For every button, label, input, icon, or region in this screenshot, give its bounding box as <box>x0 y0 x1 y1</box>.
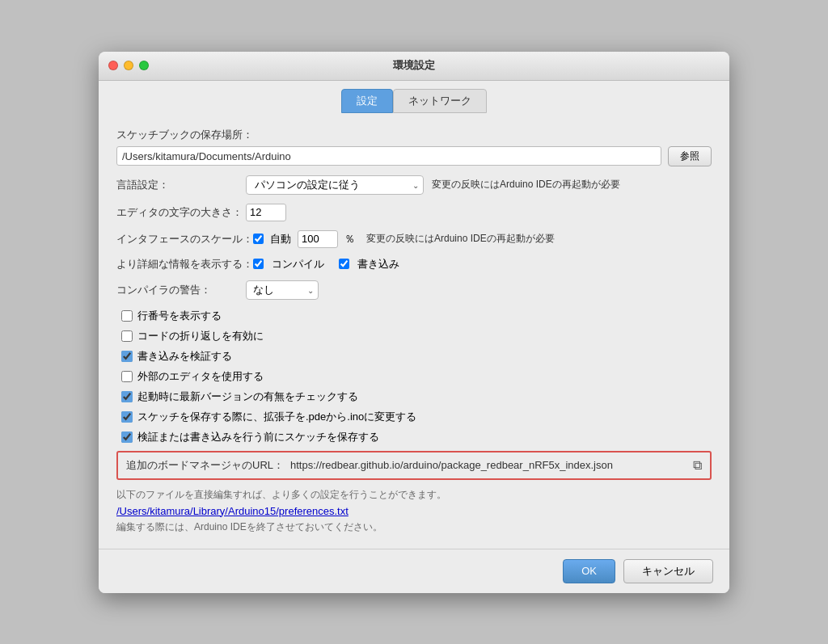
close-button[interactable] <box>108 61 118 70</box>
verbose-controls: コンパイル 書き込み <box>253 257 399 271</box>
save-before-checkbox[interactable] <box>121 431 133 443</box>
checkbox-code-fold: コードの折り返しを有効に <box>121 329 712 343</box>
board-manager-url-label: 追加のボードマネージャのURL： <box>126 458 284 473</box>
scale-unit: ％ <box>344 232 355 246</box>
verify-upload-label: 書き込みを検証する <box>137 349 232 364</box>
sketchbook-label: スケッチブックの保存場所： <box>116 128 712 142</box>
compiler-warnings-label: コンパイラの警告： <box>116 283 246 297</box>
external-editor-label: 外部のエディタを使用する <box>137 369 264 384</box>
verbose-row: より詳細な情報を表示する： コンパイル 書き込み <box>116 257 712 271</box>
tab-network[interactable]: ネットワーク <box>393 89 487 113</box>
line-numbers-label: 行番号を表示する <box>137 309 222 323</box>
language-restart-note: 変更の反映にはArduino IDEの再起動が必要 <box>432 178 620 192</box>
language-select[interactable]: パソコンの設定に従う <box>246 175 424 195</box>
verify-upload-checkbox[interactable] <box>121 351 133 362</box>
checkbox-save-before: 検証または書き込みを行う前にスケッチを保存する <box>121 430 712 444</box>
compiler-warnings-select-wrapper: なし ⌄ <box>246 280 319 300</box>
checkbox-group: 行番号を表示する コードの折り返しを有効に 書き込みを検証する 外部のエディタを… <box>116 309 712 444</box>
line-numbers-checkbox[interactable] <box>121 310 133 322</box>
checkbox-verify-upload: 書き込みを検証する <box>121 349 712 364</box>
verbose-label: より詳細な情報を表示する： <box>116 257 253 271</box>
checkbox-external-editor: 外部のエディタを使用する <box>121 369 712 384</box>
tab-bar: 設定 ネットワーク <box>99 81 729 113</box>
sketchbook-row: 参照 <box>116 146 712 166</box>
scale-label: インタフェースのスケール： <box>116 232 253 246</box>
font-size-row: エディタの文字の大きさ： <box>116 204 712 221</box>
scale-value-input[interactable] <box>298 230 338 248</box>
scale-controls: 自動 ％ 変更の反映にはArduino IDEの再起動が必要 <box>253 230 555 248</box>
compiler-warnings-select[interactable]: なし <box>246 280 319 300</box>
language-row: 言語設定： パソコンの設定に従う ⌄ 変更の反映にはArduino IDEの再起… <box>116 175 712 195</box>
check-updates-label: 起動時に最新バージョンの有無をチェックする <box>137 389 358 404</box>
window-title: 環境設定 <box>393 58 435 73</box>
compile-checkbox[interactable] <box>253 259 264 269</box>
code-fold-checkbox[interactable] <box>121 330 133 342</box>
write-checkbox[interactable] <box>339 259 349 269</box>
font-size-label: エディタの文字の大きさ： <box>116 205 246 220</box>
checkbox-check-updates: 起動時に最新バージョンの有無をチェックする <box>121 389 712 404</box>
compile-label: コンパイル <box>272 257 324 271</box>
window-controls <box>108 61 149 70</box>
scale-auto-label: 自動 <box>270 232 291 246</box>
font-size-input[interactable] <box>246 204 286 221</box>
board-manager-url-section: 追加のボードマネージャのURL： ⧉ <box>116 451 712 480</box>
title-bar: 環境設定 <box>99 52 729 81</box>
save-pde-label: スケッチを保存する際に、拡張子を.pdeから.inoに変更する <box>137 410 416 424</box>
scale-restart-note: 変更の反映にはArduino IDEの再起動が必要 <box>366 232 555 246</box>
scale-row: インタフェースのスケール： 自動 ％ 変更の反映にはArduino IDEの再起… <box>116 230 712 248</box>
ok-button[interactable]: OK <box>563 559 615 583</box>
language-select-wrapper: パソコンの設定に従う ⌄ <box>246 175 424 195</box>
preferences-window: 環境設定 設定 ネットワーク スケッチブックの保存場所： 参照 言語設定： パソ… <box>99 52 729 593</box>
footer: OK キャンセル <box>99 549 729 593</box>
board-manager-url-copy-icon[interactable]: ⧉ <box>693 458 702 473</box>
save-before-label: 検証または書き込みを行う前にスケッチを保存する <box>137 430 379 444</box>
settings-content: スケッチブックの保存場所： 参照 言語設定： パソコンの設定に従う ⌄ 変更の反… <box>99 113 729 549</box>
maximize-button[interactable] <box>139 61 149 70</box>
file-note: 以下のファイルを直接編集すれば、より多くの設定を行うことができます。 <box>116 488 712 502</box>
external-editor-checkbox[interactable] <box>121 371 133 382</box>
cancel-button[interactable]: キャンセル <box>623 559 713 583</box>
sketchbook-path-input[interactable] <box>116 146 661 166</box>
language-label: 言語設定： <box>116 178 246 192</box>
compiler-warnings-row: コンパイラの警告： なし ⌄ <box>116 280 712 300</box>
check-updates-checkbox[interactable] <box>121 391 133 402</box>
code-fold-label: コードの折り返しを有効に <box>137 329 264 343</box>
scale-auto-checkbox[interactable] <box>253 234 264 244</box>
tab-settings[interactable]: 設定 <box>341 89 393 113</box>
minimize-button[interactable] <box>124 61 133 70</box>
board-manager-url-input[interactable] <box>290 459 686 471</box>
checkbox-save-pde: スケッチを保存する際に、拡張子を.pdeから.inoに変更する <box>121 410 712 424</box>
file-path-link[interactable]: /Users/kitamura/Library/Arduino15/prefer… <box>116 505 712 517</box>
edit-note: 編集する際には、Arduino IDEを終了させておいてください。 <box>116 520 712 534</box>
browse-button[interactable]: 参照 <box>668 146 712 166</box>
write-label: 書き込み <box>357 257 399 271</box>
save-pde-checkbox[interactable] <box>121 411 133 423</box>
checkbox-line-numbers: 行番号を表示する <box>121 309 712 323</box>
